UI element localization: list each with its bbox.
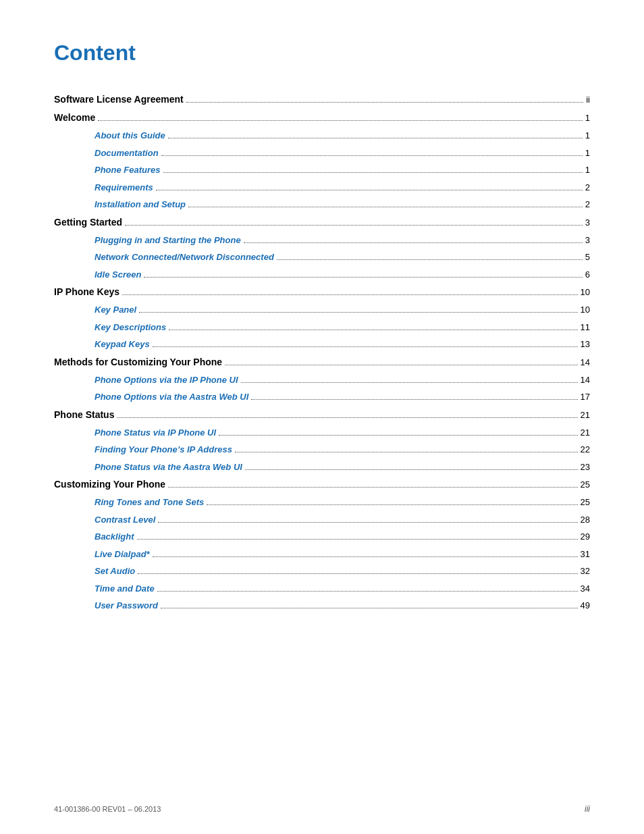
toc-page-number: 21 <box>581 409 590 422</box>
toc-dots <box>122 294 578 295</box>
toc-label: Methods for Customizing Your Phone <box>54 355 222 369</box>
toc-label: About this Guide <box>95 129 165 142</box>
toc-dots <box>186 102 584 103</box>
toc-label: Documentation <box>95 147 159 160</box>
toc-dots <box>168 487 577 488</box>
toc-entry[interactable]: Software License Agreementii <box>54 93 590 107</box>
toc-page-number: 6 <box>585 268 590 282</box>
toc-label: Installation and Setup <box>95 198 186 211</box>
toc-page-number: 21 <box>581 426 590 440</box>
toc-dots <box>137 539 578 540</box>
toc-page-number: 10 <box>581 303 590 317</box>
toc-page-number: 2 <box>585 181 590 194</box>
toc-entry[interactable]: User Password49 <box>54 599 590 613</box>
toc-entry[interactable]: Set Audio32 <box>54 565 590 578</box>
footer-page-number: iii <box>585 804 590 814</box>
toc-entry[interactable]: Plugging in and Starting the Phone3 <box>54 234 590 247</box>
toc-label: Welcome <box>54 111 95 125</box>
toc-entry[interactable]: Welcome1 <box>54 111 590 125</box>
toc-entry[interactable]: Methods for Customizing Your Phone14 <box>54 355 590 369</box>
toc-dots <box>144 277 582 278</box>
toc-entry[interactable]: About this Guide1 <box>54 129 590 142</box>
table-of-contents: Software License AgreementiiWelcome1Abou… <box>54 93 590 613</box>
toc-dots <box>156 190 583 190</box>
toc-label: Requirements <box>95 181 153 194</box>
toc-dots <box>168 138 583 138</box>
toc-page-number: 1 <box>585 163 590 177</box>
toc-label: Phone Status via the Aastra Web UI <box>95 461 242 474</box>
toc-entry[interactable]: Phone Status21 <box>54 408 590 422</box>
toc-page-number: 1 <box>585 147 590 160</box>
toc-page-number: 28 <box>581 513 590 527</box>
toc-label: IP Phone Keys <box>54 285 119 299</box>
toc-page-number: 2 <box>585 198 590 211</box>
toc-entry[interactable]: Finding Your Phone’s IP Address22 <box>54 443 590 457</box>
toc-page-number: 5 <box>585 251 590 264</box>
toc-dots <box>219 435 577 436</box>
toc-page-number: 32 <box>581 565 590 578</box>
toc-label: Idle Screen <box>95 268 141 282</box>
toc-dots <box>225 365 577 365</box>
toc-page-number: 1 <box>585 111 590 125</box>
toc-entry[interactable]: Network Connected/Network Disconnected5 <box>54 251 590 264</box>
toc-entry[interactable]: Getting Started3 <box>54 215 590 230</box>
toc-label: Contrast Level <box>95 513 155 527</box>
toc-entry[interactable]: Key Descriptions11 <box>54 321 590 334</box>
toc-entry[interactable]: Documentation1 <box>54 147 590 160</box>
toc-entry[interactable]: IP Phone Keys10 <box>54 285 590 299</box>
toc-dots <box>188 207 583 207</box>
toc-entry[interactable]: Keypad Keys13 <box>54 338 590 351</box>
toc-entry[interactable]: Phone Options via the Aastra Web UI17 <box>54 390 590 404</box>
toc-label: Ring Tones and Tone Sets <box>95 496 204 509</box>
toc-entry[interactable]: Phone Features1 <box>54 163 590 177</box>
toc-dots <box>117 417 577 418</box>
toc-entry[interactable]: Installation and Setup2 <box>54 198 590 211</box>
toc-dots <box>244 242 583 243</box>
toc-label: Phone Status via IP Phone UI <box>95 426 216 440</box>
toc-dots <box>153 346 578 347</box>
toc-page-number: 11 <box>581 321 590 334</box>
toc-entry[interactable]: Customizing Your Phone25 <box>54 477 590 492</box>
toc-dots <box>98 120 583 121</box>
toc-page-number: 22 <box>581 443 590 457</box>
toc-entry[interactable]: Phone Options via the IP Phone UI14 <box>54 373 590 387</box>
toc-label: Plugging in and Starting the Phone <box>95 234 241 247</box>
toc-entry[interactable]: Backlight29 <box>54 530 590 544</box>
toc-entry[interactable]: Time and Date34 <box>54 582 590 596</box>
toc-label: Backlight <box>95 530 134 544</box>
toc-entry[interactable]: Phone Status via the Aastra Web UI23 <box>54 461 590 474</box>
toc-entry[interactable]: Key Panel10 <box>54 303 590 317</box>
toc-page-number: 3 <box>585 216 590 230</box>
toc-page-number: 29 <box>581 530 590 544</box>
toc-label: Customizing Your Phone <box>54 477 165 492</box>
toc-label: Phone Features <box>95 163 161 177</box>
toc-page-number: 14 <box>581 356 590 369</box>
toc-page-number: 49 <box>581 599 590 613</box>
toc-dots <box>161 155 583 156</box>
toc-dots <box>158 522 577 523</box>
toc-dots <box>207 504 577 505</box>
toc-page-number: 1 <box>585 129 590 142</box>
toc-label: Time and Date <box>95 582 155 596</box>
toc-dots <box>138 573 577 574</box>
toc-dots <box>241 382 578 383</box>
toc-dots <box>235 452 578 452</box>
toc-entry[interactable]: Ring Tones and Tone Sets25 <box>54 496 590 509</box>
page-title: Content <box>54 41 590 66</box>
toc-page-number: 25 <box>581 496 590 509</box>
toc-entry[interactable]: Phone Status via IP Phone UI21 <box>54 426 590 440</box>
toc-label: Software License Agreement <box>54 93 184 107</box>
toc-dots <box>157 591 578 592</box>
toc-entry[interactable]: Idle Screen6 <box>54 268 590 282</box>
toc-entry[interactable]: Contrast Level28 <box>54 513 590 527</box>
toc-page-number: 31 <box>581 548 590 561</box>
toc-dots <box>251 399 577 400</box>
toc-entry[interactable]: Requirements2 <box>54 181 590 194</box>
toc-label: Key Descriptions <box>95 321 166 334</box>
page-footer: 41-001386-00 REV01 – 06.2013 iii <box>54 804 590 814</box>
toc-page-number: 23 <box>581 461 590 474</box>
toc-page-number: 14 <box>581 373 590 387</box>
toc-entry[interactable]: Live Dialpad*31 <box>54 548 590 561</box>
toc-label: Phone Options via the Aastra Web UI <box>95 390 248 404</box>
toc-page-number: 13 <box>581 338 590 351</box>
